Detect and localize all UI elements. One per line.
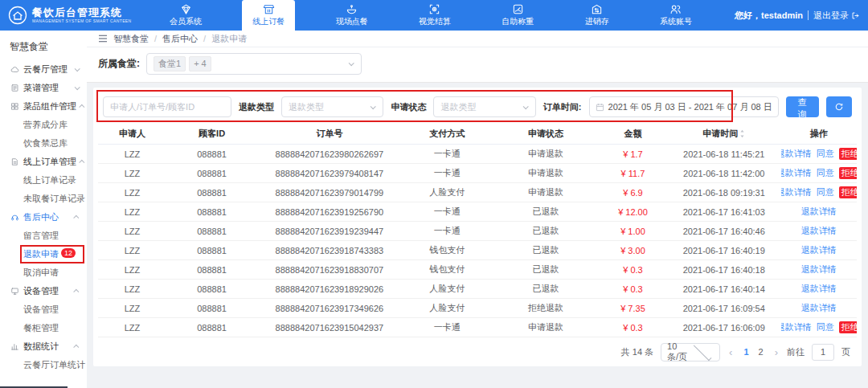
filter-section: 退款类型 退款类型 申请状态 退款类型 订单时间: — [98, 92, 857, 124]
action-detail-link[interactable]: 退款详情 — [801, 283, 837, 295]
content: 退款类型 退款类型 申请状态 退款类型 订单时间: — [87, 83, 868, 388]
cell-customer-id: 088881 — [166, 323, 257, 333]
chevron-icon — [79, 104, 84, 110]
nav-inventory[interactable]: 进销存 — [575, 0, 620, 31]
chevron-icon — [73, 289, 79, 295]
cell-customer-id: 088881 — [166, 207, 257, 217]
refresh-button[interactable] — [826, 96, 852, 117]
refund-type-label: 退款类型 — [239, 101, 274, 113]
sidebar-group[interactable]: 数据统计 — [0, 337, 87, 356]
cell-amount: ¥ 3.00 — [599, 246, 667, 255]
refund-table: 申请人顾客ID订单号支付方式申请状态金额申请时间操作 LZZ 088881 88… — [98, 124, 857, 337]
action-approve-link[interactable]: 同意 — [817, 148, 834, 160]
nav-self-weigh[interactable]: 自助称重 — [491, 0, 544, 31]
sidebar-group[interactable]: 售后中心 — [0, 208, 87, 227]
nav-system-account[interactable]: 系统账号 — [649, 0, 702, 31]
table-row: LZZ 088881 8888842071623915042937 一卡通 申请… — [98, 318, 857, 337]
cell-status: 申请退款 — [493, 186, 599, 198]
action-detail-link[interactable]: 退款详情 — [801, 263, 837, 276]
apply-status-select[interactable]: 退款类型 — [433, 96, 535, 117]
sidebar-group[interactable]: 设备管理 — [0, 282, 87, 300]
sidebar-item[interactable]: 餐柜管理 — [0, 319, 87, 337]
cell-payment: 人脸支付 — [402, 186, 493, 198]
canteen-select[interactable]: 食堂1+ 4 — [146, 53, 362, 75]
sidebar-group[interactable]: 云餐厅管理 — [0, 60, 87, 79]
action-reject-link[interactable]: 拒绝 — [839, 148, 857, 160]
order-time-range-picker[interactable]: 2021 年 05 月 03 日 - 2021 年 07 月 08 日 — [589, 96, 779, 117]
cell-order-no: 8888842071623918830707 — [257, 265, 401, 275]
action-detail-link[interactable]: 退款详情 — [801, 302, 837, 314]
action-approve-link[interactable]: 同意 — [817, 321, 834, 333]
action-reject-link[interactable]: 拒绝 — [839, 321, 857, 333]
action-detail-link[interactable]: 退款详情 — [781, 321, 812, 333]
order-time-label: 订单时间: — [543, 101, 582, 113]
collapse-menu-icon[interactable] — [98, 35, 108, 43]
logout-label: 退出登录 — [813, 10, 849, 22]
refund-type-select[interactable]: 退款类型 — [281, 96, 383, 117]
action-reject-link[interactable]: 拒绝 — [839, 186, 857, 198]
sidebar-group[interactable]: 菜品组件管理 — [0, 97, 87, 116]
sidebar-item[interactable]: 设备管理 — [0, 300, 87, 319]
action-detail-link[interactable]: 退款详情 — [781, 148, 812, 160]
nav-visual-settle[interactable]: 视觉结算 — [408, 0, 461, 31]
app-logo: 餐饮后台管理系统 MANAGEMENT SYSTEM OF SMART CANT… — [0, 0, 159, 31]
cell-customer-id: 088881 — [166, 169, 257, 178]
component-icon — [10, 102, 19, 111]
canteen-tag: + 4 — [189, 56, 211, 71]
sidebar-group-label: 菜谱管理 — [23, 82, 71, 94]
nav-label: 会员系统 — [170, 16, 202, 27]
nav-member-system[interactable]: 会员系统 — [159, 0, 212, 31]
sidebar-item[interactable]: 退款申请12 — [0, 245, 87, 263]
cell-time: 2021-06-17 16:40:18 — [667, 265, 781, 275]
breadcrumb: 智慧食堂/售后中心/退款申请 — [87, 31, 868, 47]
nav-onsite-order[interactable]: 现场点餐 — [326, 0, 379, 31]
page-size-select[interactable]: 10条/页 — [661, 343, 720, 361]
sidebar-group[interactable]: 线上订单管理 — [0, 153, 87, 171]
action-detail-link[interactable]: 退款详情 — [801, 244, 837, 256]
sidebar-item[interactable]: 营养成分库 — [0, 116, 87, 134]
table-header-row: 申请人顾客ID订单号支付方式申请状态金额申请时间操作 — [98, 124, 857, 145]
search-button[interactable]: 查询 — [786, 96, 819, 117]
action-reject-link[interactable]: 拒绝 — [839, 167, 857, 179]
user-greeting: 您好，testadmin — [735, 10, 803, 22]
cell-amount: ¥ 7.35 — [599, 304, 667, 313]
sidebar-group[interactable]: 菜谱管理 — [0, 79, 87, 97]
goto-page-input[interactable] — [812, 344, 834, 361]
cell-customer-id: 088881 — [166, 246, 257, 255]
page-numbers: 12 — [741, 347, 765, 357]
sidebar-item[interactable]: 线上订单记录 — [0, 171, 87, 190]
action-detail-link[interactable]: 退款详情 — [781, 186, 812, 198]
sidebar-item[interactable]: 取消申请 — [0, 263, 87, 282]
action-approve-link[interactable]: 同意 — [817, 186, 834, 198]
logout-button[interactable]: 退出登录 — [813, 10, 860, 22]
sidebar-item[interactable]: 未取餐订单记录 — [0, 190, 87, 208]
sidebar-group-label: 设备管理 — [23, 285, 71, 297]
sidebar-item[interactable]: 云餐厅订单统计 — [0, 356, 87, 374]
nav-label: 进销存 — [585, 16, 609, 27]
cell-status: 已退款 — [493, 244, 599, 256]
sort-icon[interactable] — [739, 129, 745, 138]
cell-payment: 人脸支付 — [402, 283, 493, 295]
column-header[interactable]: 申请时间 — [667, 128, 781, 140]
nav-label: 线上订餐 — [252, 16, 285, 27]
page-number-1[interactable]: 1 — [741, 347, 751, 357]
sidebar-item[interactable]: 留言管理 — [0, 227, 87, 245]
action-approve-link[interactable]: 同意 — [817, 167, 834, 179]
prev-page-button[interactable]: ‹ — [727, 346, 734, 358]
action-detail-link[interactable]: 退款详情 — [801, 225, 837, 237]
dish-icon — [346, 3, 358, 15]
nav-online-order[interactable]: 线上订餐 — [242, 0, 295, 31]
table-row: LZZ 088881 8888842071623979408147 一卡通 申请… — [98, 164, 857, 183]
breadcrumb-item[interactable]: 智慧食堂 — [113, 33, 149, 45]
action-detail-link[interactable]: 退款详情 — [801, 206, 837, 218]
action-detail-link[interactable]: 退款详情 — [781, 167, 812, 179]
keyword-input[interactable] — [103, 96, 231, 117]
cell-time: 2021-06-18 11:42:00 — [667, 169, 781, 178]
sidebar-item[interactable]: 饮食禁忌库 — [0, 134, 87, 153]
table-row: LZZ 088881 8888842071623918743383 钱包支付 已… — [98, 241, 857, 260]
nav-label: 自助称重 — [502, 16, 534, 27]
goto-suffix: 页 — [841, 346, 850, 358]
next-page-button[interactable]: › — [773, 346, 780, 358]
breadcrumb-item[interactable]: 售后中心 — [162, 33, 198, 45]
page-number-2[interactable]: 2 — [756, 347, 766, 357]
